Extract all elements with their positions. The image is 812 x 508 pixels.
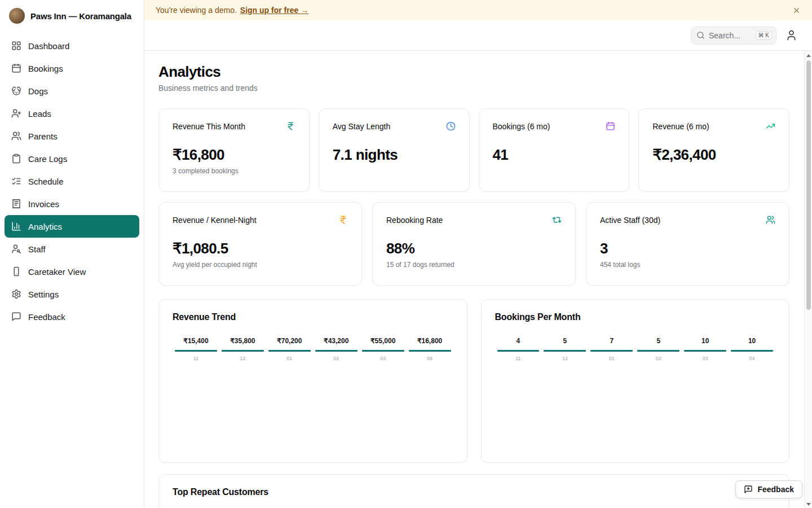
bar bbox=[684, 350, 726, 352]
stat-value: 41 bbox=[493, 146, 616, 164]
stat-sub: 15 of 17 dogs returned bbox=[386, 261, 562, 269]
chart-column: ₹35,80012 bbox=[219, 337, 266, 361]
scrollbar[interactable] bbox=[804, 51, 812, 508]
bookings-per-month-chart: 41151270150210031004 bbox=[495, 337, 776, 361]
sidebar-item-care-logs[interactable]: Care Logs bbox=[5, 147, 139, 170]
clipboard-icon bbox=[11, 154, 21, 164]
gear-icon bbox=[11, 289, 21, 299]
sidebar-item-label: Staff bbox=[28, 244, 46, 254]
user-icon bbox=[785, 29, 797, 41]
stat-card-header: Rebooking Rate bbox=[386, 215, 562, 225]
scrollbar-thumb[interactable] bbox=[806, 60, 811, 310]
bar-value-label: ₹70,200 bbox=[266, 337, 313, 345]
stat-sub: 3 completed bookings bbox=[173, 167, 295, 175]
sidebar-item-invoices[interactable]: Invoices bbox=[5, 192, 139, 215]
topbar: Search... ⌘ K bbox=[144, 20, 812, 51]
bar-month-label: 01 bbox=[266, 356, 313, 361]
scrollbar-up-arrow[interactable] bbox=[806, 54, 811, 57]
bar bbox=[637, 350, 679, 352]
stat-value: ₹2,36,400 bbox=[652, 146, 775, 164]
bar-value-label: 4 bbox=[495, 337, 542, 345]
bar-month-label: 11 bbox=[495, 356, 542, 361]
stat-label: Avg Stay Length bbox=[333, 122, 390, 131]
search-icon bbox=[696, 31, 705, 40]
sidebar-item-dogs[interactable]: Dogs bbox=[5, 80, 139, 102]
sidebar-item-caretaker-view[interactable]: Caretaker View bbox=[5, 260, 139, 283]
scrollbar-down-arrow[interactable] bbox=[806, 503, 811, 506]
banner-text: You're viewing a demo. bbox=[156, 6, 237, 15]
sidebar-item-staff[interactable]: Staff bbox=[5, 238, 139, 260]
search-placeholder: Search... bbox=[709, 31, 740, 40]
grid-icon bbox=[11, 41, 21, 51]
rupee-icon bbox=[286, 121, 295, 131]
page-title: Analytics bbox=[158, 63, 789, 81]
sidebar-item-label: Settings bbox=[28, 290, 59, 299]
sidebar-item-settings[interactable]: Settings bbox=[5, 283, 139, 305]
chart-column: 701 bbox=[588, 337, 635, 361]
stat-label: Revenue This Month bbox=[173, 122, 245, 131]
smartphone-icon bbox=[11, 266, 21, 277]
demo-banner: You're viewing a demo. Sign up for free … bbox=[144, 0, 812, 20]
stat-icon-wrap bbox=[286, 121, 295, 131]
bar-value-label: 5 bbox=[541, 337, 588, 345]
bar-month-label: 02 bbox=[313, 356, 360, 361]
user-plus-icon bbox=[11, 108, 21, 119]
sidebar-item-label: Caretaker View bbox=[28, 267, 86, 277]
stat-card-revenue-this-month: Revenue This Month₹16,8003 completed boo… bbox=[158, 108, 310, 192]
sidebar-item-schedule[interactable]: Schedule bbox=[5, 170, 139, 192]
message-plus-icon bbox=[744, 485, 753, 494]
bar bbox=[497, 350, 540, 352]
stat-card-revenue-6-mo: Revenue (6 mo)₹2,36,400 bbox=[638, 108, 789, 192]
bar bbox=[731, 350, 773, 352]
sidebar-item-bookings[interactable]: Bookings bbox=[5, 57, 139, 80]
stat-value: ₹1,080.5 bbox=[173, 240, 348, 257]
chart-column: ₹70,20001 bbox=[266, 337, 313, 361]
chart-column: 502 bbox=[635, 337, 682, 361]
stat-label: Bookings (6 mo) bbox=[493, 122, 550, 131]
bar bbox=[268, 350, 311, 352]
chart-column: ₹15,40011 bbox=[173, 337, 219, 361]
search-icon bbox=[696, 31, 705, 40]
bar-month-label: 04 bbox=[407, 356, 453, 361]
stat-sub: Avg yield per occupied night bbox=[173, 261, 348, 269]
sidebar-item-feedback[interactable]: Feedback bbox=[5, 305, 139, 328]
bar-chart-icon bbox=[11, 221, 21, 231]
stat-card-header: Bookings (6 mo) bbox=[493, 121, 616, 131]
sidebar-item-analytics[interactable]: Analytics bbox=[5, 215, 139, 238]
chart-column: 512 bbox=[541, 337, 588, 361]
user-menu-button[interactable] bbox=[784, 28, 798, 42]
banner-close-button[interactable] bbox=[791, 5, 802, 16]
feedback-button-label: Feedback bbox=[757, 485, 794, 494]
bar-month-label: 03 bbox=[682, 356, 729, 361]
sidebar-item-label: Schedule bbox=[28, 177, 64, 186]
page-subtitle: Business metrics and trends bbox=[158, 84, 789, 93]
sidebar-item-dashboard[interactable]: Dashboard bbox=[5, 34, 139, 57]
sidebar-item-parents[interactable]: Parents bbox=[5, 125, 139, 147]
top-repeat-customers-card: Top Repeat Customers bbox=[158, 474, 789, 508]
repeat-icon bbox=[552, 215, 562, 225]
sidebar-item-label: Invoices bbox=[28, 199, 59, 209]
chart-column: ₹55,00003 bbox=[360, 337, 407, 361]
chart-title: Bookings Per Month bbox=[495, 312, 776, 322]
sidebar-item-leads[interactable]: Leads bbox=[5, 102, 139, 125]
chart-column: ₹43,20002 bbox=[313, 337, 360, 361]
bar bbox=[175, 350, 217, 352]
sidebar-item-label: Dashboard bbox=[28, 41, 69, 51]
calendar-icon bbox=[11, 63, 21, 73]
search-input[interactable]: Search... ⌘ K bbox=[691, 27, 776, 45]
feedback-button[interactable]: Feedback bbox=[735, 480, 802, 498]
bar bbox=[544, 350, 586, 352]
stat-value: 88% bbox=[386, 240, 562, 257]
close-icon bbox=[792, 6, 801, 15]
brand-avatar bbox=[9, 8, 25, 24]
stat-label: Revenue (6 mo) bbox=[652, 122, 709, 131]
signup-link[interactable]: Sign up for free → bbox=[240, 6, 308, 15]
stats-row-2: Revenue / Kennel-Night₹1,080.5Avg yield … bbox=[158, 202, 789, 286]
message-icon bbox=[11, 312, 21, 322]
sidebar-item-label: Dogs bbox=[28, 86, 48, 96]
x-icon bbox=[792, 6, 801, 15]
brand: Paws Inn — Koramangala bbox=[0, 0, 144, 32]
bar-value-label: 10 bbox=[729, 337, 775, 345]
bar-month-label: 12 bbox=[541, 356, 588, 361]
stat-icon-wrap bbox=[446, 121, 456, 131]
